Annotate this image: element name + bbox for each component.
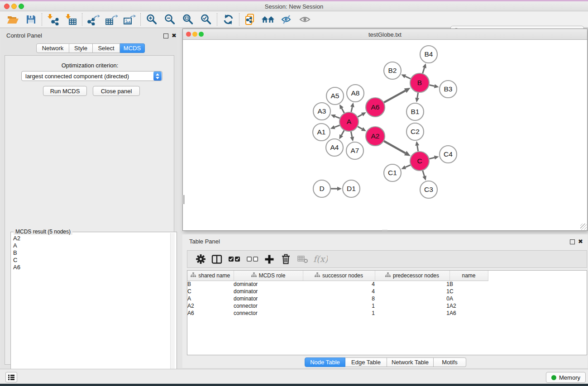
graph-edge-A2-C[interactable]: [384, 141, 411, 156]
tab-select[interactable]: Select: [93, 43, 120, 53]
graph-node-D1[interactable]: D1: [343, 180, 360, 197]
table-cell[interactable]: 8: [303, 295, 375, 302]
graph-edge-C-C2[interactable]: [415, 141, 419, 152]
graph-edge-B-B4[interactable]: [422, 63, 426, 73]
graph-edge-A-A2[interactable]: [358, 127, 366, 131]
table-row[interactable]: A2connector11A2: [187, 302, 587, 310]
open-file-icon[interactable]: [4, 12, 22, 27]
network-window-titlebar[interactable]: testGlobe.txt: [183, 29, 587, 40]
table-cell[interactable]: A6: [187, 310, 234, 317]
table-cell[interactable]: A: [449, 295, 488, 302]
table-cell[interactable]: B: [449, 281, 488, 288]
table-cell[interactable]: 4: [303, 281, 375, 288]
graph-node-A1[interactable]: A1: [313, 124, 330, 141]
graph-edge-A-A5[interactable]: [339, 104, 344, 113]
graph-edge-A-A3[interactable]: [331, 114, 340, 118]
table-cell[interactable]: connector: [234, 310, 303, 317]
graph-edge-D-D1[interactable]: [331, 187, 342, 191]
window-resize-grip[interactable]: [580, 224, 587, 230]
table-cell[interactable]: 1: [375, 281, 449, 288]
graph-edge-C-C3[interactable]: [422, 171, 426, 181]
table-cell[interactable]: A: [187, 295, 234, 302]
graph-node-A7[interactable]: A7: [346, 142, 363, 159]
graph-edge-A6-B[interactable]: [384, 88, 411, 102]
import-table-icon[interactable]: [62, 12, 80, 27]
canvas-horizontal-scroll-thumb[interactable]: [382, 230, 387, 232]
table-cell[interactable]: dominator: [234, 295, 303, 302]
add-column-icon[interactable]: [262, 251, 277, 267]
table-cell[interactable]: C: [449, 288, 488, 295]
graph-edge-A-A8[interactable]: [350, 103, 354, 112]
table-cell[interactable]: B: [187, 281, 234, 288]
zoom-selected-icon[interactable]: [197, 12, 215, 27]
graph-edge-A-A6[interactable]: [358, 112, 366, 117]
network-canvas[interactable]: B4 B2 B B3 B1 A5 A8 A6 A3 A A1 C2 A2 A4 …: [183, 40, 587, 230]
graph-node-C4[interactable]: C4: [440, 146, 457, 163]
export-image-icon[interactable]: [120, 12, 139, 27]
column-header-successor-nodes[interactable]: successor nodes: [303, 271, 375, 281]
column-header-predecessor-nodes[interactable]: predecessor nodes: [375, 271, 449, 281]
graph-edge-A-A7[interactable]: [350, 132, 354, 142]
column-header-MCDS-role[interactable]: MCDS role: [234, 271, 303, 281]
table-cell[interactable]: dominator: [234, 288, 303, 295]
column-header-name[interactable]: name: [449, 271, 488, 281]
graph-edge-B-B1[interactable]: [415, 93, 419, 103]
tab-network[interactable]: Network: [36, 43, 69, 53]
table-cell[interactable]: 1: [375, 310, 449, 317]
graph-node-A5[interactable]: A5: [326, 87, 344, 105]
float-table-panel-icon[interactable]: [570, 239, 575, 244]
memory-button[interactable]: Memory: [546, 372, 586, 383]
graph-edge-A-A1[interactable]: [330, 125, 340, 129]
table-cell[interactable]: 1: [375, 288, 449, 295]
graph-node-B[interactable]: B: [410, 73, 429, 92]
column-header-shared-name[interactable]: shared name: [187, 271, 234, 281]
graph-node-A6[interactable]: A6: [366, 98, 385, 117]
graph-edge-C-C4[interactable]: [429, 156, 439, 160]
graph-node-A4[interactable]: A4: [326, 139, 343, 156]
gear-icon[interactable]: [193, 251, 208, 267]
tab-style[interactable]: Style: [69, 43, 93, 53]
zoom-fit-icon[interactable]: [179, 12, 197, 27]
table-cell[interactable]: 4: [303, 288, 375, 295]
delete-columns-icon[interactable]: [278, 251, 293, 267]
close-panel-icon[interactable]: ✖: [172, 32, 177, 39]
float-panel-icon[interactable]: [163, 33, 168, 38]
close-panel-button[interactable]: Close panel: [93, 86, 140, 96]
export-network-icon[interactable]: [84, 12, 102, 27]
import-network-icon[interactable]: [44, 12, 62, 27]
columns-icon[interactable]: [209, 251, 225, 267]
graph-node-B4[interactable]: B4: [420, 46, 437, 63]
graph-node-A3[interactable]: A3: [313, 103, 330, 120]
canvas-vertical-scroll-thumb[interactable]: [182, 195, 185, 204]
apply-layout-icon[interactable]: [219, 12, 237, 27]
first-neighbors-icon[interactable]: [259, 12, 277, 27]
table-row[interactable]: Adominator80A: [187, 295, 587, 302]
table-cell[interactable]: connector: [234, 302, 303, 310]
show-all-icon[interactable]: [296, 12, 314, 27]
graph-edge-B-B2[interactable]: [401, 75, 411, 79]
graph-node-D[interactable]: D: [313, 180, 330, 197]
graph-edge-C-C1[interactable]: [401, 165, 411, 169]
table-cell[interactable]: 1: [303, 310, 375, 317]
mcds-result-item[interactable]: A: [13, 242, 20, 249]
mcds-result-item[interactable]: C: [13, 257, 20, 264]
tab-node-table[interactable]: Node Table: [305, 357, 345, 367]
zoom-out-icon[interactable]: [161, 12, 179, 27]
graph-node-C1[interactable]: C1: [384, 164, 401, 181]
tab-edge-table[interactable]: Edge Table: [345, 357, 387, 367]
run-mcds-button[interactable]: Run MCDS: [43, 86, 87, 96]
graph-node-B2[interactable]: B2: [384, 62, 401, 79]
graph-edge-A-A4[interactable]: [339, 130, 344, 139]
tab-mcds[interactable]: MCDS: [120, 43, 145, 53]
tab-network-table[interactable]: Network Table: [387, 357, 434, 367]
table-cell[interactable]: A2: [449, 302, 488, 310]
criterion-dropdown[interactable]: largest connected component (directed): [21, 71, 163, 81]
show-panels-list-button[interactable]: [5, 372, 17, 382]
table-row[interactable]: A6connector11A6: [187, 310, 587, 317]
zoom-in-icon[interactable]: [143, 12, 161, 27]
save-session-icon[interactable]: [22, 12, 40, 27]
mcds-result-item[interactable]: A2: [13, 235, 20, 242]
unselect-all-columns-icon[interactable]: [245, 251, 260, 267]
tab-motifs[interactable]: Motifs: [434, 357, 466, 367]
graph-node-A2[interactable]: A2: [366, 127, 385, 146]
